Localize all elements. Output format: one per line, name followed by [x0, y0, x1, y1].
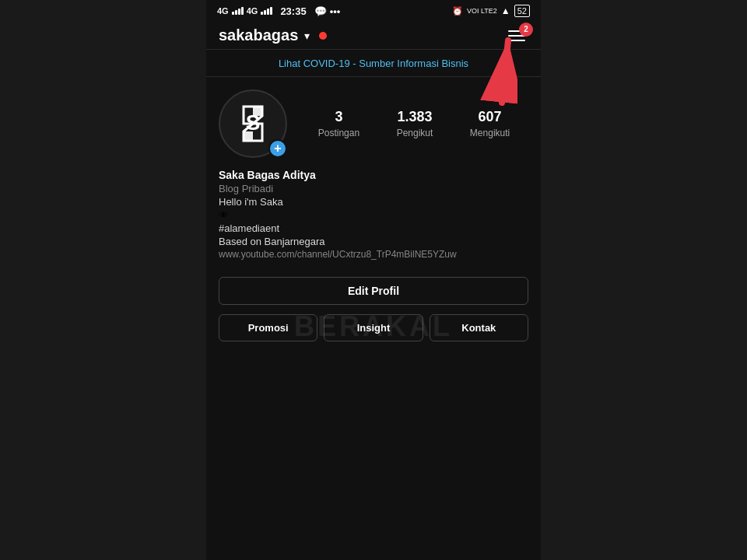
posts-stat[interactable]: 3 Postingan — [318, 109, 359, 139]
online-indicator — [319, 32, 327, 40]
status-left: 4G 4G 23:35 💬 ••• — [217, 5, 340, 17]
bio-url[interactable]: www.youtube.com/channel/UCxtrzu8_TrP4mBi… — [219, 249, 528, 260]
chevron-down-icon[interactable]: ▾ — [304, 30, 310, 42]
battery-level: 52 — [517, 6, 527, 16]
network1-label: 4G — [217, 6, 229, 16]
followers-count: 1.383 — [397, 109, 433, 125]
edit-profile-button[interactable]: Edit Profil — [219, 277, 528, 305]
nav-bar: sakabagas ▾ 2 — [206, 20, 541, 49]
insight-button[interactable]: Insight — [324, 314, 423, 341]
bio-location: Based on Banjarnegara — [219, 236, 528, 247]
messenger-icon: 💬 — [314, 5, 327, 17]
status-bar: 4G 4G 23:35 💬 ••• ⏰ VOI LTE2 ▲ 5 — [206, 0, 541, 20]
more-icon: ••• — [330, 5, 341, 17]
wifi-icon: ▲ — [501, 5, 510, 16]
posts-count: 3 — [318, 109, 359, 125]
stats-row: 3 Postingan 1.383 Pengikut 607 Mengikuti — [300, 109, 528, 139]
edit-profile-row: Edit Profil — [206, 271, 541, 310]
followers-stat[interactable]: 1.383 Pengikut — [397, 109, 433, 139]
category: Blog Pribadi — [219, 183, 528, 194]
lte-label: VOI LTE2 — [467, 8, 497, 15]
following-label: Mengikuti — [470, 128, 510, 138]
profile-section: S + 3 Postingan 1.383 Pengikut 607 Mengi… — [206, 77, 541, 166]
signal-bars-1 — [232, 7, 244, 15]
username-row: sakabagas ▾ — [219, 26, 327, 44]
bio-greeting: Hello i'm Saka — [219, 196, 528, 208]
kontak-button[interactable]: Kontak — [430, 314, 528, 341]
menu-badge: 2 — [519, 23, 533, 37]
add-story-button[interactable]: + — [268, 139, 287, 158]
avatar-wrapper: S + — [219, 89, 287, 158]
bio-section: Saka Bagas Aditya Blog Pribadi Hello i'm… — [206, 166, 541, 271]
battery-icon: 52 — [514, 5, 530, 17]
eye-icon: 👁 — [219, 209, 528, 221]
following-count: 607 — [470, 109, 510, 125]
alarm-icon: ⏰ — [452, 6, 463, 16]
bio-hashtag[interactable]: #alamediaent — [219, 222, 528, 234]
action-buttons-row: Promosi Insight Kontak — [206, 310, 541, 349]
network2-label: 4G — [247, 6, 258, 16]
menu-line-3 — [508, 40, 525, 41]
avatar-svg: S — [230, 100, 276, 147]
following-stat[interactable]: 607 Mengikuti — [470, 109, 510, 139]
covid-banner[interactable]: Lihat COVID-19 - Sumber Informasi Bisnis — [206, 49, 541, 77]
full-name: Saka Bagas Aditya — [219, 169, 528, 181]
status-right: ⏰ VOI LTE2 ▲ 52 — [452, 5, 530, 17]
promosi-button[interactable]: Promosi — [219, 314, 317, 341]
username-text: sakabagas — [219, 26, 298, 44]
time-display: 23:35 — [280, 5, 306, 17]
followers-label: Pengikut — [397, 128, 433, 138]
posts-label: Postingan — [318, 128, 359, 138]
signal-bars-2 — [261, 7, 272, 15]
covid-link[interactable]: Lihat COVID-19 - Sumber Informasi Bisnis — [279, 58, 468, 69]
svg-text:S: S — [246, 110, 261, 135]
hamburger-menu-button[interactable]: 2 — [505, 27, 528, 44]
